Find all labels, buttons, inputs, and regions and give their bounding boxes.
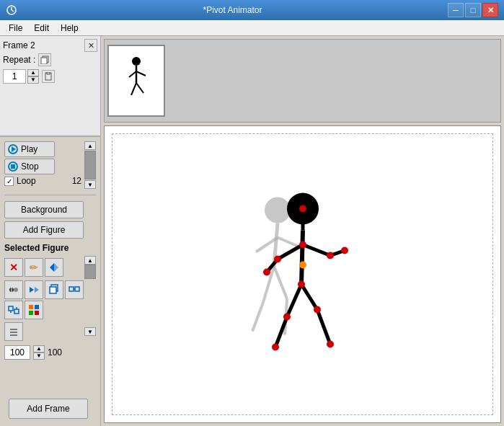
play-triangle [12, 146, 16, 152]
move-forward-button[interactable] [25, 280, 43, 299]
menu-edit[interactable]: Edit [28, 20, 55, 35]
thumb-stickman-1 [118, 56, 154, 106]
move-forward-icon [28, 284, 40, 296]
svg-point-54 [274, 255, 281, 262]
maximize-button[interactable]: □ [465, 3, 481, 17]
scroll-thumb [84, 151, 96, 179]
repeat-input[interactable]: 1 [3, 69, 26, 84]
playback-controls: Play Stop ✓ Loop 12 [4, 141, 81, 186]
frame-count: 12 [72, 176, 81, 186]
svg-rect-19 [29, 305, 33, 309]
titlebar: *Pivot Animator ─ □ ✕ [0, 0, 504, 20]
main-stickman [224, 165, 382, 381]
svg-rect-4 [41, 58, 47, 64]
stop-square [11, 164, 15, 169]
svg-line-50 [317, 309, 330, 344]
scroll-down-arrow[interactable]: ▼ [84, 180, 96, 189]
svg-point-52 [299, 241, 306, 248]
move-back-button[interactable] [4, 280, 23, 299]
figure-scroll-down[interactable]: ▼ [84, 327, 96, 336]
edit-figure-button[interactable]: ✏ [25, 258, 43, 277]
frame-close-button[interactable]: ✕ [84, 39, 97, 52]
right-panel [101, 36, 504, 426]
ungroup-button[interactable] [4, 301, 23, 319]
canvas-area [104, 125, 501, 423]
play-label: Play [21, 144, 37, 154]
settings-button[interactable] [4, 322, 23, 341]
repeat-row: Repeat : [3, 53, 97, 66]
svg-point-53 [298, 280, 305, 288]
svg-rect-13 [75, 287, 79, 291]
svg-line-30 [131, 83, 136, 95]
add-figure-label: Add Figure [23, 225, 66, 235]
left-panel: Frame 2 ✕ Repeat : 1 ▲ ▼ [0, 36, 101, 426]
spinner-down-button[interactable]: ▼ [27, 76, 39, 84]
svg-line-40 [301, 230, 303, 284]
stop-button[interactable]: Stop [4, 159, 55, 174]
figure-scroll-thumb [84, 265, 96, 279]
size-display: 100 [48, 347, 62, 358]
divider-1 [4, 195, 96, 195]
svg-rect-12 [69, 287, 74, 291]
figure-tools: ✕ ✏ ▲ [4, 256, 96, 360]
loop-label: Loop [17, 176, 36, 186]
delete-figure-button[interactable]: ✕ [4, 258, 23, 277]
svg-line-47 [287, 284, 301, 316]
frame-header: Frame 2 ✕ [3, 39, 97, 52]
size-input[interactable]: 100 [4, 345, 30, 360]
menu-help[interactable]: Help [55, 20, 84, 35]
svg-rect-20 [35, 305, 39, 309]
stickman-container [224, 165, 382, 383]
add-frame-label: Add Frame [27, 404, 69, 414]
menu-file[interactable]: File [3, 20, 28, 35]
svg-line-29 [136, 71, 146, 76]
background-button[interactable]: Background [4, 201, 84, 218]
svg-point-61 [327, 340, 334, 347]
window-title: *Pivot Animator [17, 5, 448, 15]
thumbnails-row [104, 39, 501, 123]
add-figure-button[interactable]: Add Figure [4, 221, 84, 239]
add-frame-button[interactable]: Add Frame [9, 399, 88, 419]
svg-rect-16 [14, 309, 19, 314]
minimize-button[interactable]: ─ [448, 3, 464, 17]
duplicate-button[interactable] [45, 280, 63, 299]
flip-figure-button[interactable] [45, 258, 63, 277]
group-icon [68, 284, 80, 296]
svg-rect-11 [50, 287, 56, 293]
svg-point-59 [272, 343, 279, 350]
svg-point-60 [314, 306, 321, 313]
svg-point-55 [263, 268, 270, 275]
loop-row: ✓ Loop 12 [4, 176, 81, 186]
size-down-button[interactable]: ▼ [33, 352, 45, 360]
svg-point-62 [299, 261, 306, 268]
play-icon [8, 144, 18, 154]
size-up-button[interactable]: ▲ [33, 345, 45, 352]
play-button[interactable]: Play [4, 141, 55, 157]
svg-point-57 [341, 247, 348, 254]
paste-frame-button[interactable] [42, 70, 55, 83]
spinner-up-button[interactable]: ▲ [27, 69, 39, 76]
selected-figure-label: Selected Figure [4, 243, 96, 253]
frame-thumbnail-1[interactable] [107, 45, 165, 117]
frame-strip: Frame 2 ✕ Repeat : 1 ▲ ▼ [0, 36, 100, 137]
figure-scroll-up[interactable]: ▲ [84, 256, 96, 265]
ungroup-icon [8, 304, 19, 316]
frame-title: Frame 2 [3, 40, 35, 50]
loop-checkbox[interactable]: ✓ [4, 177, 14, 186]
svg-line-2 [12, 10, 14, 12]
copy-frame-button[interactable] [38, 53, 51, 66]
controls-panel: Play Stop ✓ Loop 12 ▲ [0, 137, 100, 426]
stop-icon [8, 161, 18, 172]
svg-rect-6 [47, 72, 50, 74]
background-label: Background [21, 205, 67, 215]
size-row: 100 ▲ ▼ 100 [4, 345, 96, 360]
group-button[interactable] [65, 280, 84, 299]
color-button[interactable] [25, 301, 43, 319]
menubar: File Edit Help [0, 20, 504, 36]
tools-row-2 [4, 280, 96, 299]
close-button[interactable]: ✕ [482, 3, 498, 17]
tools-row-3 [4, 301, 96, 319]
repeat-label: Repeat : [3, 55, 35, 65]
scroll-up-arrow[interactable]: ▲ [84, 141, 96, 150]
svg-rect-22 [35, 311, 39, 315]
